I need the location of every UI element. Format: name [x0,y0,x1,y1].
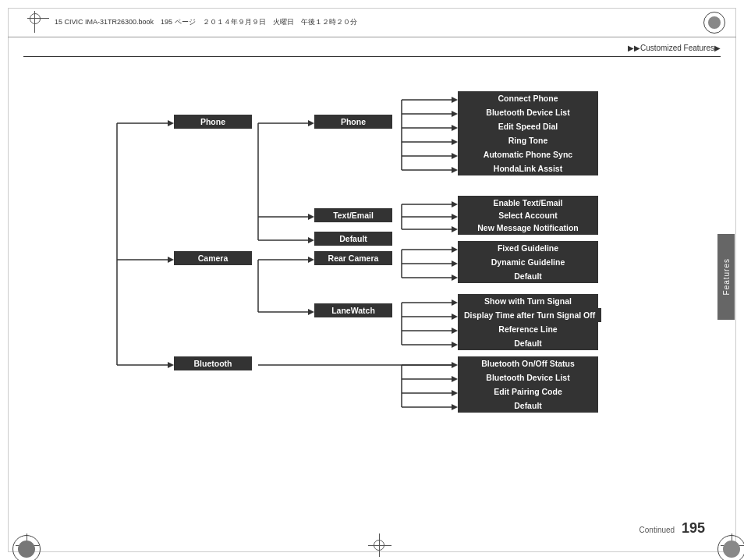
svg-marker-32 [452,226,458,232]
node-bluetooth-l1: Bluetooth [174,356,252,370]
features-sidebar: Features [717,234,735,320]
svg-marker-17 [452,111,458,117]
svg-marker-12 [308,237,314,243]
node-camera-l1: Camera [174,250,252,265]
node-phone-l1: Phone [174,114,252,129]
svg-marker-59 [452,376,458,382]
node-new-message-notif: New Message Notification [458,220,598,235]
node-edit-pairing-code: Edit Pairing Code [458,384,598,399]
svg-marker-61 [452,390,458,396]
svg-marker-53 [452,342,458,348]
diagram-svg [101,78,686,484]
svg-marker-37 [308,309,314,315]
svg-marker-63 [452,404,458,410]
svg-marker-47 [452,299,458,306]
svg-marker-21 [452,139,458,145]
svg-marker-57 [452,362,458,368]
node-rear-camera: Rear Camera [314,250,392,265]
node-bluetooth-device-list-2: Bluetooth Device List [458,370,598,385]
svg-marker-3 [168,257,174,263]
node-default-lanewatch: Default [458,335,598,350]
svg-marker-44 [452,275,458,281]
node-bluetooth-onoff: Bluetooth On/Off Status [458,356,598,370]
svg-marker-19 [452,125,458,131]
node-default-camera: Default [458,268,598,283]
svg-marker-1 [168,120,174,126]
svg-marker-5 [168,362,174,368]
bottom-info: Continued 195 [639,520,705,537]
svg-marker-35 [308,257,314,263]
node-ring-tone: Ring Tone [458,133,598,147]
node-text-email: Text/Email [314,207,392,222]
svg-marker-8 [308,120,314,126]
top-rule [23,56,721,57]
svg-marker-28 [452,201,458,207]
node-show-turn-signal: Show with Turn Signal [458,293,598,308]
node-auto-phone-sync: Automatic Phone Sync [458,147,598,161]
node-dynamic-guideline: Dynamic Guideline [458,254,598,269]
header-text: 15 CIVIC IMA-31TR26300.book 195 ページ ２０１４… [55,17,357,27]
node-default-bluetooth: Default [458,398,598,413]
top-header: 15 CIVIC IMA-31TR26300.book 195 ページ ２０１４… [8,8,736,37]
node-display-time-turn: Display Time after Turn Signal Off [458,307,601,322]
svg-marker-30 [452,214,458,220]
svg-marker-51 [452,328,458,334]
svg-marker-23 [452,153,458,159]
node-fixed-guideline: Fixed Guideline [458,240,598,255]
node-default-phone: Default [314,231,392,246]
svg-marker-15 [452,97,458,103]
node-connect-phone: Connect Phone [458,90,598,105]
diagram-container: Phone Camera Bluetooth Phone Text/Email … [101,78,686,484]
corner-tr-decor [703,12,725,34]
node-hondalink-assist: HondaLink Assist [458,161,598,175]
svg-marker-10 [308,214,314,220]
node-reference-line: Reference Line [458,321,598,336]
node-phone-sub: Phone [314,114,392,129]
customized-features-label: ▶▶Customized Features▶ [628,44,721,52]
svg-marker-40 [452,246,458,253]
svg-marker-25 [452,167,458,173]
node-lanewatch: LaneWatch [314,303,392,317]
svg-marker-49 [452,314,458,320]
node-edit-speed-dial: Edit Speed Dial [458,119,598,133]
node-bluetooth-device-list-1: Bluetooth Device List [458,105,598,119]
svg-marker-42 [452,261,458,267]
